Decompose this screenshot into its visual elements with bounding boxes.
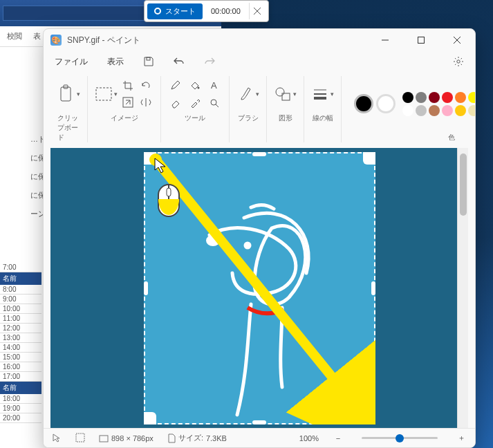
canvas-area[interactable] (50, 148, 468, 428)
flip-icon[interactable] (138, 95, 154, 110)
bg-time: 10:00 (0, 304, 41, 314)
primary-color[interactable] (354, 94, 373, 113)
file-size: サイズ: 7.3KB (167, 433, 227, 443)
fill-icon[interactable] (187, 77, 203, 93)
bg-time: 20:00 (0, 413, 41, 423)
color-swatch[interactable] (455, 92, 466, 103)
bg-time: 12:00 (0, 324, 41, 333)
bg-tab[interactable]: 表 (33, 31, 41, 41)
svg-rect-24 (167, 188, 171, 196)
rotate-icon[interactable] (138, 78, 154, 93)
resize-icon[interactable] (120, 95, 136, 110)
brush-button[interactable] (236, 79, 254, 109)
zoom-slider[interactable] (362, 437, 438, 439)
ribbon-label: イメージ (111, 113, 138, 123)
bg-time: 8:00 (0, 285, 41, 295)
color-swatch[interactable] (402, 92, 413, 103)
color-swatch[interactable] (468, 92, 476, 103)
stroke-width-button[interactable] (311, 79, 329, 109)
color-swatch[interactable] (402, 105, 413, 116)
undo-icon[interactable] (171, 54, 187, 69)
secondary-color[interactable] (376, 94, 396, 113)
ribbon-group-tools: A ツール (161, 76, 230, 142)
shapes-button[interactable] (274, 79, 292, 109)
redo-icon[interactable] (201, 54, 218, 69)
selection-handle-bl[interactable] (144, 412, 156, 424)
cursor-position-icon (52, 433, 62, 444)
ribbon-label: クリップボード (57, 113, 80, 142)
color-swatch[interactable] (429, 92, 440, 103)
close-button[interactable] (442, 30, 472, 50)
eyedropper-icon[interactable] (187, 95, 203, 111)
selection-handle-br[interactable] (363, 412, 375, 424)
svg-rect-1 (418, 37, 425, 44)
record-icon (154, 8, 161, 15)
paste-button[interactable] (57, 79, 75, 109)
color-swatch[interactable] (468, 105, 476, 116)
bg-time: 17:00 (0, 372, 41, 382)
selection-handle-t[interactable] (252, 152, 266, 156)
chevron-down-icon[interactable]: ▾ (114, 91, 118, 97)
color-swatch[interactable] (442, 105, 453, 116)
record-timer: 00:00:00 (207, 7, 245, 15)
bg-time-header: 名前 (0, 272, 41, 285)
scrollbar-thumb[interactable] (460, 153, 467, 216)
ribbon-label: ブラシ (238, 113, 259, 123)
color-swatch[interactable] (429, 105, 440, 116)
selection-handle-r[interactable] (371, 281, 375, 295)
color-swatch[interactable] (442, 92, 453, 103)
zoom-slider-thumb[interactable] (396, 434, 404, 442)
vertical-scrollbar[interactable] (457, 148, 468, 428)
bg-time-header: 名前 (0, 382, 41, 394)
canvas[interactable] (144, 152, 375, 424)
color-swatch[interactable] (455, 105, 466, 116)
selection-handle-l[interactable] (144, 281, 148, 295)
magnifier-icon[interactable] (207, 95, 222, 111)
ribbon-label: 線の幅 (313, 113, 333, 123)
color-swatch[interactable] (416, 92, 427, 103)
minimize-button[interactable] (370, 30, 400, 50)
chevron-down-icon[interactable]: ▾ (331, 91, 334, 97)
svg-point-10 (198, 87, 200, 89)
color-swatch[interactable] (416, 105, 427, 116)
recording-toolbar[interactable]: スタート 00:00:00 (144, 0, 269, 22)
paint-window: 🎨 SNPY.gif - ペイント ファイル 表示 (43, 28, 476, 448)
zoom-in-button[interactable]: ＋ (456, 433, 467, 443)
bg-time: 7:00 (0, 263, 41, 272)
bg-time: 16:00 (0, 362, 41, 372)
annotation-cursor-icon (154, 158, 168, 176)
selection-handle-b[interactable] (252, 420, 266, 424)
bg-time: 19:00 (0, 404, 41, 413)
svg-rect-26 (100, 436, 108, 442)
menu-view[interactable]: 表示 (104, 53, 127, 71)
menubar: ファイル 表示 (44, 51, 475, 72)
svg-rect-4 (147, 57, 150, 60)
bg-tab[interactable]: 校閲 (7, 31, 22, 41)
ribbon-group-shapes: ▾ 図形 (267, 76, 304, 142)
selection-handle-tr[interactable] (363, 152, 375, 165)
ribbon-label: ツール (185, 113, 205, 123)
titlebar[interactable]: 🎨 SNPY.gif - ペイント (44, 29, 475, 51)
ribbon-group-image: ▾ イメージ (88, 76, 161, 142)
bg-time: 18:00 (0, 394, 41, 404)
svg-point-14 (276, 88, 284, 96)
maximize-button[interactable] (406, 30, 436, 50)
eraser-icon[interactable] (168, 95, 183, 111)
chevron-down-icon[interactable]: ▾ (77, 91, 80, 97)
chevron-down-icon[interactable]: ▾ (256, 91, 259, 97)
pencil-icon[interactable] (168, 77, 183, 93)
zoom-out-button[interactable]: − (333, 434, 344, 442)
menu-file[interactable]: ファイル (52, 53, 91, 71)
svg-rect-25 (76, 433, 84, 442)
settings-icon[interactable] (450, 53, 467, 70)
chevron-down-icon[interactable]: ▾ (293, 91, 297, 97)
crop-icon[interactable] (120, 78, 136, 93)
text-icon[interactable]: A (207, 77, 222, 93)
window-title: SNPY.gif - ペイント (67, 35, 364, 46)
record-close-button[interactable] (249, 3, 266, 19)
paint-app-icon: 🎨 (50, 35, 62, 46)
save-icon[interactable] (140, 53, 157, 70)
bg-search-box[interactable] (3, 6, 164, 21)
select-button[interactable] (95, 79, 113, 109)
record-start-button[interactable]: スタート (147, 3, 203, 19)
